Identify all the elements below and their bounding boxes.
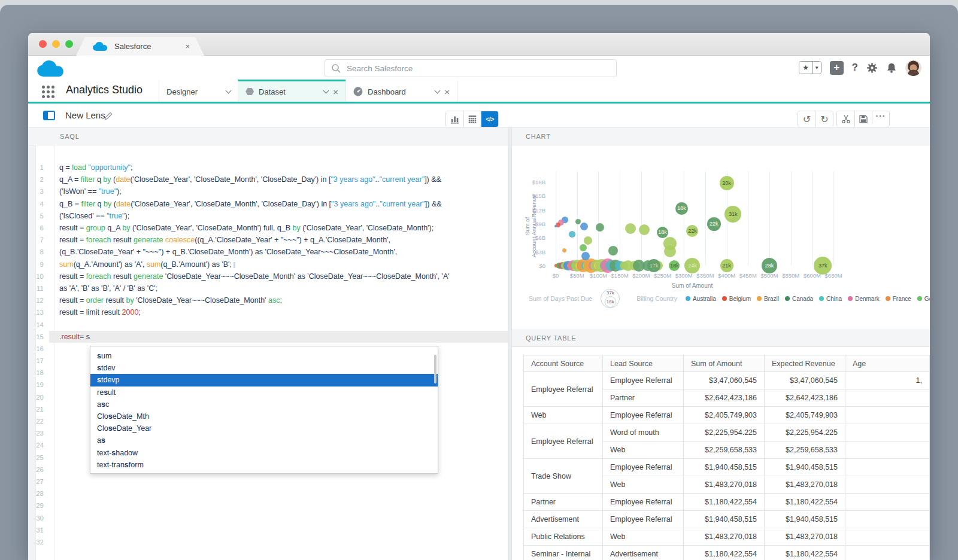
autocomplete-item[interactable]: text-transform [90,459,438,471]
autocomplete-item[interactable]: CloseDate_Mth [90,410,438,422]
gridline [684,172,684,266]
save-icon[interactable] [854,111,872,127]
autocomplete-item[interactable]: asc [90,398,438,410]
clip-scissors-icon[interactable] [837,111,854,127]
panel-divider[interactable] [508,127,512,560]
table-grid-icon [468,114,477,124]
lead-source-cell: Web [603,442,684,459]
line-number: 17 [28,357,49,364]
legend-country-item[interactable]: Brazil [757,296,779,302]
sum-of-amount-cell: $3,47,060,545 [684,372,765,389]
table-view-button[interactable] [463,111,481,127]
chart-bubble[interactable]: 22k [707,217,721,231]
legend-country-item[interactable]: France [886,296,911,302]
chart-bubble[interactable]: 18k [657,227,668,238]
autocomplete-item[interactable]: sum [90,350,438,362]
autocomplete-item[interactable]: stdev [90,362,438,374]
expected-revenue-cell: $2,405,749,903 [765,407,845,424]
zoom-window-button[interactable] [65,40,73,48]
tab-dashboard[interactable]: Dashboard × [345,80,457,102]
autocomplete-item[interactable]: result [90,386,438,398]
chart-bubble[interactable] [562,248,566,252]
more-actions-icon[interactable]: ··· [872,111,889,124]
browser-tab[interactable]: Salesforce × [76,37,204,56]
chart-bubble[interactable] [580,223,588,230]
chart-bubble[interactable] [639,224,650,235]
chart-bubble[interactable] [580,244,587,251]
add-icon[interactable]: + [830,61,844,75]
line-code: result = foreach result generate coalesc… [49,234,508,246]
query-table-container[interactable]: Account SourceLead SourceSum of AmountEx… [512,347,930,560]
chart-bubble[interactable] [596,223,604,232]
legend-country-item[interactable]: Australia [686,296,716,302]
line-number: 15 [28,333,49,340]
gear-icon[interactable] [866,62,878,74]
help-icon[interactable]: ? [852,62,858,74]
tab-designer[interactable]: Designer [159,80,238,102]
global-search[interactable] [325,59,617,77]
search-input[interactable] [347,64,610,73]
chart-bubble[interactable] [575,219,581,224]
chart-bubble[interactable]: 24k [684,258,700,273]
chart-bubble[interactable]: 31k [724,206,741,223]
chart-bubble[interactable] [664,245,676,257]
line-number: 5 [28,212,49,220]
close-window-button[interactable] [39,40,47,48]
chevron-down-icon[interactable] [435,87,441,93]
saql-code-view-button[interactable]: </> [481,111,498,127]
legend-country-item[interactable]: Belgium [722,296,751,302]
chart-bubble[interactable]: 21k [720,259,733,272]
legend-color-dot [819,296,824,301]
chart-bubble[interactable]: 18k [669,260,680,271]
autocomplete-item[interactable]: text-shadow [90,447,438,459]
line-code: ('IsClosed' == "true"); [49,210,508,222]
chart-bubble[interactable] [625,223,636,234]
tab-designer-label: Designer [166,87,198,96]
line-number: 24 [28,442,49,449]
tab-dataset[interactable]: Dataset × [238,80,345,102]
saql-line: 15.result= s [28,331,508,343]
close-icon[interactable]: × [444,87,450,96]
lead-source-cell: Employee Referral [603,494,684,511]
chart-bubble[interactable] [569,231,575,238]
favorites-star-icon[interactable]: ★ [799,62,813,74]
app-launcher-waffle-icon[interactable] [42,86,54,98]
edit-pencil-icon[interactable] [104,111,113,120]
expected-revenue-cell: $1,180,422,554 [765,494,845,511]
x-axis-title: Sum of Amount [672,282,713,289]
app-nav: Analytics Studio Designer Dataset × Dash… [28,80,930,104]
legend-country-item[interactable]: Denmark [848,296,880,302]
legend-country-item[interactable]: Germany [917,296,930,302]
saql-editor[interactable]: 1q = load "opportunity";2q_A = filter q … [28,145,508,560]
chart-bubble[interactable]: 28k [762,258,777,273]
line-code [49,536,508,548]
chart-view-button[interactable] [446,111,463,127]
autocomplete-item[interactable]: stdevp [90,374,438,386]
autocomplete-item[interactable]: as [90,434,438,446]
minimize-window-button[interactable] [52,40,60,48]
lead-source-cell: Advertisement [603,546,684,560]
favorites-caret-icon[interactable]: ▼ [813,62,821,74]
chart-bubble[interactable] [554,225,557,227]
close-icon[interactable]: × [333,87,338,96]
chart-bubble[interactable] [584,236,592,245]
legend-country-item[interactable]: Canada [785,296,813,302]
legend-country-item[interactable]: China [819,296,842,302]
bell-icon[interactable] [886,62,897,74]
chevron-down-icon[interactable] [323,87,329,93]
browser-tab-close-icon[interactable]: × [185,42,190,51]
user-avatar[interactable] [905,60,921,76]
chevron-down-icon[interactable] [226,87,232,93]
sum-of-amount-cell: $1,940,458,515 [684,511,765,528]
undo-icon[interactable]: ↺ [798,111,815,127]
chart-bubble[interactable] [581,252,590,260]
panel-toggle-icon[interactable] [43,111,55,120]
autocomplete-item[interactable]: CloseDate_Year [90,422,438,434]
line-code: q = load "opportunity"; [49,162,508,174]
chart-bubble[interactable]: 22k [686,225,698,237]
chart-bubble[interactable]: 18k [675,202,688,215]
chart-bubble[interactable]: 20k [720,176,734,190]
autocomplete-scrollbar[interactable] [434,355,436,384]
chart-bubble[interactable] [608,246,618,255]
redo-icon[interactable]: ↻ [815,111,833,127]
